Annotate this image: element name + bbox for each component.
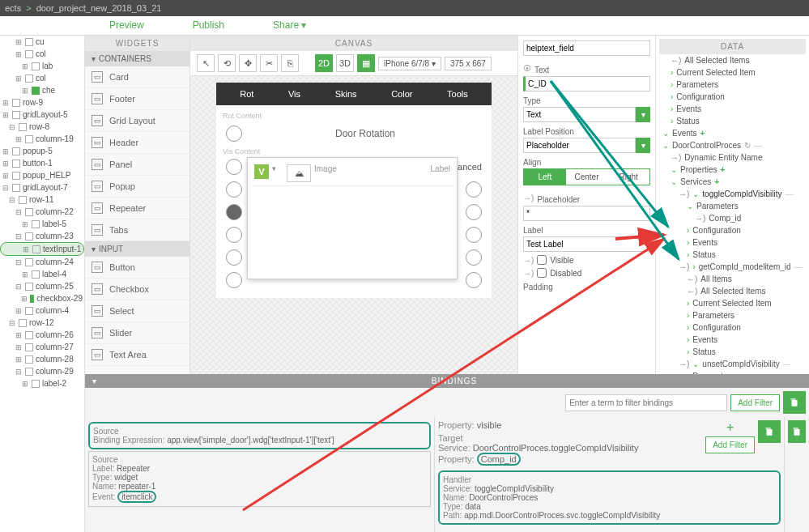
- data-tree-item[interactable]: →)⌄unsetCompIdVisibility —: [659, 358, 806, 370]
- tree-item[interactable]: ⊞popup-5: [0, 145, 84, 157]
- data-tree-item[interactable]: ←)All Selected Items: [659, 285, 806, 297]
- nav-tools[interactable]: Tools: [447, 89, 468, 99]
- widget-item[interactable]: ▭Button: [85, 257, 189, 279]
- share-menu[interactable]: Share ▾: [249, 16, 330, 35]
- data-tree-item[interactable]: →)⌄toggleCompIdVisibility —: [659, 188, 806, 200]
- widget-item[interactable]: ▭Grid Layout: [85, 110, 189, 132]
- data-tree-item[interactable]: ⌄Services +: [659, 176, 806, 188]
- widget-item[interactable]: ▭Text Area: [85, 344, 189, 366]
- delete-handler-button[interactable]: [788, 420, 806, 443]
- nav-vis[interactable]: Vis: [288, 89, 300, 99]
- tree-item[interactable]: ⊞col: [0, 72, 84, 84]
- delete-button[interactable]: [783, 391, 806, 414]
- chevron-down-icon[interactable]: ▾: [636, 138, 650, 153]
- data-tree-item[interactable]: ←)All Items: [659, 273, 806, 285]
- data-tree-item[interactable]: →)Dynamic Entity Name: [659, 151, 806, 164]
- handler-binding[interactable]: Handler Service: toggleCompIdVisibility …: [438, 470, 781, 525]
- containers-group[interactable]: ▾ CONTAINERS: [85, 51, 189, 66]
- view-2d-button[interactable]: 2D: [315, 54, 333, 72]
- tree-item[interactable]: ⊞label-4: [0, 268, 84, 280]
- tree-item[interactable]: ⊞lab: [0, 60, 84, 72]
- tree-item[interactable]: ⊟column-22: [0, 206, 84, 218]
- align-right-button[interactable]: Right: [607, 169, 649, 185]
- copy-tool[interactable]: ⎘: [281, 54, 299, 72]
- tree-item[interactable]: ⊟column-25: [0, 280, 84, 292]
- tree-item[interactable]: ⊞label-5: [0, 218, 84, 230]
- rotate-tool[interactable]: ⟲: [218, 54, 236, 72]
- widget-item[interactable]: ▭Checkbox: [85, 279, 189, 300]
- project-tree[interactable]: ⊞cu⊞col⊞lab⊞col⊞che⊞row-9⊞gridLayout-5⊟r…: [0, 36, 85, 532]
- text-input[interactable]: [523, 76, 650, 92]
- tree-item[interactable]: ⊞button-1: [0, 157, 84, 169]
- data-tree-item[interactable]: →)Comp_id: [659, 212, 806, 224]
- tree-item[interactable]: ⊞column-19: [0, 133, 84, 145]
- device-select[interactable]: iPhone 6/7/8 ▾: [378, 57, 441, 70]
- data-tree-item[interactable]: ›Events: [659, 334, 806, 346]
- data-tree-item[interactable]: ←)All Selected Items: [659, 54, 806, 66]
- align-left-button[interactable]: Left: [524, 169, 566, 185]
- widget-item[interactable]: ▭Footer: [85, 88, 189, 110]
- tree-item[interactable]: ⊞cu: [0, 36, 84, 48]
- tree-item[interactable]: ⊞column-4: [0, 304, 84, 317]
- cursor-tool[interactable]: ↖: [197, 54, 215, 72]
- data-tree-item[interactable]: ⌄DoorControlProces ↻ —: [659, 139, 806, 151]
- data-tree-item[interactable]: ›Configuration: [659, 91, 806, 103]
- tree-item[interactable]: ⊞checkbox-29: [0, 292, 84, 304]
- widget-item[interactable]: ▭Tabs: [85, 219, 189, 241]
- data-tree-item[interactable]: →)›getCompId_modelitem_id —: [659, 261, 806, 273]
- widget-item[interactable]: ▭Popup: [85, 176, 189, 198]
- view-3d-button[interactable]: 3D: [336, 54, 354, 72]
- tree-item[interactable]: ⊟column-24: [0, 256, 84, 268]
- tree-item[interactable]: ⊟column-29: [0, 365, 84, 377]
- data-tree-item[interactable]: ›Parameters: [659, 309, 806, 321]
- delete-binding-button[interactable]: [758, 420, 781, 443]
- label-position-select[interactable]: ▾: [523, 138, 650, 153]
- data-tree-item[interactable]: ›Current Selected Item: [659, 297, 806, 309]
- tree-item[interactable]: ⊟gridLayout-7: [0, 181, 84, 194]
- grid-toggle[interactable]: ▦: [357, 54, 375, 72]
- data-tree-item[interactable]: ⌄Parameters: [659, 200, 806, 212]
- collapse-icon[interactable]: ▾: [87, 377, 102, 385]
- tree-item[interactable]: ⊞column-26: [0, 329, 84, 341]
- placeholder-input[interactable]: [523, 206, 650, 221]
- publish-menu[interactable]: Publish: [168, 16, 249, 35]
- input-group[interactable]: ▾ INPUT: [85, 241, 189, 257]
- helptext-field[interactable]: [523, 40, 650, 56]
- tree-item[interactable]: ⊞col: [0, 48, 84, 60]
- tree-item[interactable]: ⊞popup_HELP: [0, 169, 84, 181]
- tree-item[interactable]: ⊞che: [0, 84, 84, 96]
- tree-item[interactable]: ⊞textInput-1: [0, 242, 84, 256]
- widget-item[interactable]: ▭Card: [85, 66, 189, 88]
- add-binding-button[interactable]: +: [726, 420, 734, 435]
- source-binding-1[interactable]: Source Binding Expression: app.view['sim…: [88, 422, 431, 449]
- add-filter-button-2[interactable]: Add Filter: [705, 436, 755, 453]
- data-tree-item[interactable]: ›Status: [659, 346, 806, 358]
- tree-item[interactable]: ⊟row-8: [0, 121, 84, 133]
- move-tool[interactable]: ✥: [239, 54, 257, 72]
- data-tree-item[interactable]: ›Events: [659, 236, 806, 249]
- tree-item[interactable]: ⊞column-28: [0, 353, 84, 365]
- chevron-down-icon[interactable]: ▾: [636, 107, 650, 122]
- widget-item[interactable]: ▭Panel: [85, 154, 189, 176]
- preview-menu[interactable]: Preview: [85, 16, 168, 35]
- nav-color[interactable]: Color: [391, 89, 412, 99]
- tree-item[interactable]: ⊞row-9: [0, 96, 84, 109]
- widget-item[interactable]: ▭Select: [85, 300, 189, 322]
- tree-item[interactable]: ⊟column-23: [0, 230, 84, 242]
- source-binding-2[interactable]: Source Label: Repeater Type: widget Name…: [88, 451, 431, 507]
- visible-checkbox[interactable]: [537, 255, 547, 265]
- tree-item[interactable]: ⊞gridLayout-5: [0, 109, 84, 121]
- add-filter-button[interactable]: Add Filter: [730, 394, 780, 411]
- data-tree-item[interactable]: ⌄Properties +: [659, 164, 806, 176]
- align-center-button[interactable]: Center: [566, 169, 608, 185]
- tree-item[interactable]: ⊞column-27: [0, 341, 84, 353]
- nav-skins[interactable]: Skins: [335, 89, 357, 99]
- bindings-filter-input[interactable]: [565, 394, 727, 411]
- data-tree-item[interactable]: ›Configuration: [659, 224, 806, 236]
- data-tree-item[interactable]: ›Configuration: [659, 321, 806, 334]
- cut-tool[interactable]: ✂: [260, 54, 278, 72]
- label-input[interactable]: [523, 236, 650, 252]
- tree-item[interactable]: ⊞label-2: [0, 377, 84, 389]
- data-tree-item[interactable]: ›Status: [659, 249, 806, 261]
- data-tree-item[interactable]: ›Events: [659, 103, 806, 115]
